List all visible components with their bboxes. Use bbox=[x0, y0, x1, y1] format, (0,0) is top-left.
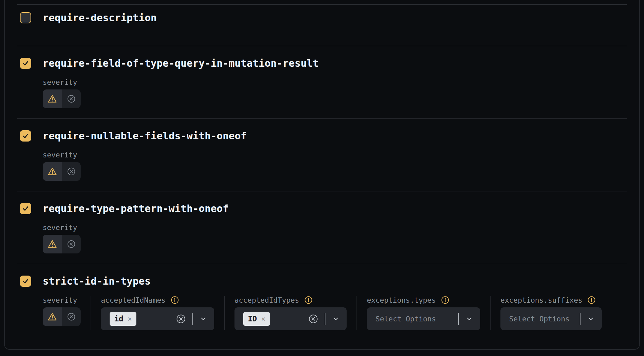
rule-row: strict-id-in-typesseverityacceptedIdName… bbox=[17, 264, 627, 350]
severity-label: severity bbox=[43, 296, 77, 304]
severity-warn-button[interactable] bbox=[43, 307, 62, 326]
option-group: exceptions.suffixesSelect Options bbox=[500, 296, 602, 330]
clear-icon[interactable] bbox=[176, 314, 186, 324]
field-separator bbox=[325, 313, 325, 325]
severity-warn-button[interactable] bbox=[43, 162, 62, 181]
rules-list: require-descriptionrequire-field-of-type… bbox=[5, 0, 639, 350]
select-placeholder: Select Options bbox=[376, 315, 436, 323]
rule-head: require-description bbox=[17, 12, 627, 24]
column-divider bbox=[357, 296, 357, 330]
chevron-down-icon[interactable] bbox=[199, 315, 207, 323]
chip-remove-icon[interactable]: ✕ bbox=[128, 315, 132, 322]
clear-icon[interactable] bbox=[308, 314, 319, 324]
circle-x-icon bbox=[67, 94, 76, 103]
rule-config: severity bbox=[43, 223, 627, 253]
field-separator bbox=[192, 313, 193, 325]
circle-x-icon bbox=[67, 239, 76, 249]
option-group: acceptedIdTypesID✕ bbox=[234, 296, 347, 330]
circle-x-icon bbox=[67, 167, 76, 176]
warning-triangle-icon bbox=[47, 94, 57, 103]
severity-control bbox=[43, 235, 81, 253]
multiselect-field[interactable]: ID✕ bbox=[234, 307, 347, 330]
rule-checkbox[interactable] bbox=[20, 203, 31, 214]
severity-control bbox=[43, 89, 81, 108]
multiselect-field[interactable]: Select Options bbox=[367, 307, 480, 330]
rule-head: require-nullable-fields-with-oneof bbox=[17, 130, 627, 142]
rule-head: require-type-pattern-with-oneof bbox=[17, 203, 627, 214]
chip-remove-icon[interactable]: ✕ bbox=[261, 315, 265, 322]
rule-checkbox[interactable] bbox=[20, 276, 31, 287]
severity-label: severity bbox=[43, 78, 77, 86]
severity-off-button[interactable] bbox=[62, 162, 81, 181]
info-icon[interactable] bbox=[171, 296, 179, 304]
selected-chip: ID✕ bbox=[243, 312, 270, 326]
severity-control bbox=[43, 307, 81, 326]
rule-name: strict-id-in-types bbox=[43, 275, 151, 287]
rule-head: strict-id-in-types bbox=[17, 275, 627, 287]
rule-config: severityacceptedIdNamesid✕acceptedIdType… bbox=[43, 296, 627, 330]
warning-triangle-icon bbox=[47, 312, 57, 321]
column-divider bbox=[224, 296, 225, 330]
rule-checkbox[interactable] bbox=[20, 58, 31, 69]
check-icon bbox=[22, 205, 29, 212]
rule-config: severity bbox=[43, 78, 627, 108]
rule-config: severity bbox=[43, 151, 627, 181]
rule-name: require-description bbox=[43, 12, 157, 24]
info-icon[interactable] bbox=[441, 296, 449, 304]
rule-name: require-nullable-fields-with-oneof bbox=[43, 130, 247, 142]
multiselect-field[interactable]: id✕ bbox=[101, 307, 214, 330]
check-icon bbox=[22, 132, 29, 140]
option-label: acceptedIdTypes bbox=[234, 296, 299, 304]
severity-group: severity bbox=[43, 296, 81, 330]
circle-x-icon bbox=[67, 312, 76, 321]
multiselect-field[interactable]: Select Options bbox=[500, 307, 602, 330]
field-separator bbox=[458, 313, 459, 325]
info-icon[interactable] bbox=[587, 296, 596, 304]
option-group: exceptions.typesSelect Options bbox=[367, 296, 480, 330]
rule-checkbox[interactable] bbox=[20, 130, 31, 142]
check-icon bbox=[22, 277, 29, 285]
rule-head: require-field-of-type-query-in-mutation-… bbox=[17, 57, 627, 69]
rule-row: require-field-of-type-query-in-mutation-… bbox=[17, 46, 627, 118]
rule-row: require-description bbox=[17, 4, 627, 46]
option-label: exceptions.types bbox=[367, 296, 436, 304]
rule-name: require-type-pattern-with-oneof bbox=[43, 203, 229, 214]
option-group: acceptedIdNamesid✕ bbox=[101, 296, 214, 330]
rule-name: require-field-of-type-query-in-mutation-… bbox=[43, 57, 319, 69]
rule-checkbox[interactable] bbox=[20, 12, 31, 23]
severity-label: severity bbox=[43, 151, 77, 159]
warning-triangle-icon bbox=[47, 239, 57, 249]
severity-group: severity bbox=[43, 151, 81, 181]
chevron-down-icon[interactable] bbox=[465, 315, 473, 323]
field-separator bbox=[580, 313, 580, 325]
chevron-down-icon[interactable] bbox=[587, 315, 595, 323]
selected-chip: id✕ bbox=[110, 312, 136, 326]
select-placeholder: Select Options bbox=[509, 315, 570, 323]
warning-triangle-icon bbox=[47, 167, 57, 176]
chevron-down-icon[interactable] bbox=[332, 315, 340, 323]
column-divider bbox=[91, 296, 91, 330]
severity-control bbox=[43, 162, 81, 181]
severity-group: severity bbox=[43, 78, 81, 108]
chip-label: ID bbox=[248, 315, 257, 323]
severity-label: severity bbox=[43, 224, 77, 232]
column-divider bbox=[490, 296, 490, 330]
rules-panel: require-descriptionrequire-field-of-type… bbox=[4, 0, 640, 350]
severity-off-button[interactable] bbox=[62, 307, 81, 326]
rule-row: require-type-pattern-with-oneofseverity bbox=[17, 191, 627, 264]
severity-group: severity bbox=[43, 223, 81, 253]
severity-warn-button[interactable] bbox=[43, 89, 62, 108]
rule-row: require-nullable-fields-with-oneofseveri… bbox=[17, 118, 627, 191]
severity-off-button[interactable] bbox=[62, 89, 81, 108]
info-icon[interactable] bbox=[304, 296, 313, 304]
chip-label: id bbox=[114, 315, 123, 323]
severity-off-button[interactable] bbox=[62, 235, 81, 253]
option-label: acceptedIdNames bbox=[101, 296, 166, 304]
option-label: exceptions.suffixes bbox=[500, 296, 582, 304]
severity-warn-button[interactable] bbox=[43, 235, 62, 253]
check-icon bbox=[22, 60, 29, 67]
